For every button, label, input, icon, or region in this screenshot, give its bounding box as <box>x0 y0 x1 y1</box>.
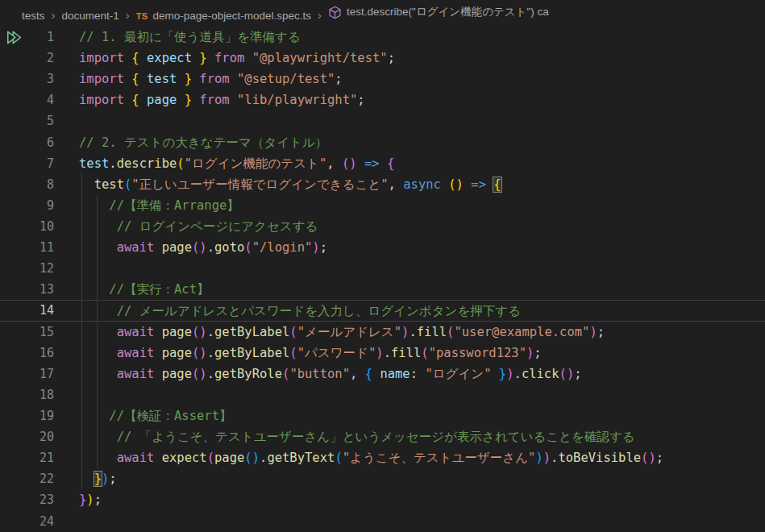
line-number[interactable]: 20 <box>32 426 79 447</box>
code-line-text[interactable]: // 「ようこそ、テストユーザーさん」というメッセージが表示されていることを確認… <box>79 426 765 447</box>
code-line-text[interactable]: // ログインページにアクセスする <box>79 216 765 237</box>
line-number[interactable]: 17 <box>32 364 79 384</box>
line-number[interactable]: 13 <box>32 279 79 300</box>
gutter[interactable]: 1 <box>0 27 79 48</box>
gutter[interactable]: 17 <box>0 364 79 384</box>
breadcrumb-item-document-1[interactable]: document-1 <box>62 10 119 22</box>
code-line-text[interactable] <box>79 258 765 279</box>
code-line-10[interactable]: 10 // ログインページにアクセスする <box>0 216 765 237</box>
code-line-text[interactable] <box>79 110 765 131</box>
code-line-text[interactable] <box>79 384 765 405</box>
code-line-text[interactable]: import { page } from "lib/playwright"; <box>79 89 765 110</box>
gutter[interactable]: 11 <box>0 237 79 258</box>
line-number[interactable]: 8 <box>32 174 79 195</box>
code-line-17[interactable]: 17 await page().getByRole("button", { na… <box>0 364 765 384</box>
line-number[interactable]: 19 <box>32 405 79 426</box>
breadcrumb-item-tests[interactable]: tests <box>22 10 45 22</box>
line-number[interactable]: 21 <box>32 447 79 468</box>
code-line-text[interactable]: await expect(page().getByText("ようこそ、テストユ… <box>79 447 765 468</box>
code-line-text[interactable]: }); <box>79 468 765 489</box>
code-line-5[interactable]: 5 <box>0 110 765 131</box>
gutter[interactable]: 18 <box>0 384 79 405</box>
line-number[interactable]: 9 <box>32 195 79 216</box>
code-line-14[interactable]: 14 // メールアドレスとパスワードを入力し、ログインボタンを押下する <box>0 300 765 321</box>
line-number[interactable]: 10 <box>32 216 79 237</box>
code-line-9[interactable]: 9 //【準備：Arrange】 <box>0 195 765 216</box>
code-line-13[interactable]: 13 //【実行：Act】 <box>0 279 765 300</box>
line-number[interactable]: 2 <box>32 48 79 69</box>
code-line-text[interactable]: test.describe("ログイン機能のテスト", () => { <box>79 153 765 174</box>
line-number[interactable]: 3 <box>32 69 79 89</box>
gutter[interactable]: 16 <box>0 343 79 364</box>
breadcrumb-item-file[interactable]: TSdemo-page-object-model.spec.ts <box>136 10 311 22</box>
gutter[interactable]: 14 <box>0 301 79 320</box>
gutter[interactable]: 8 <box>0 174 79 195</box>
gutter-glyph-margin[interactable] <box>0 28 32 47</box>
line-number[interactable]: 4 <box>32 89 79 110</box>
gutter[interactable]: 23 <box>0 489 79 510</box>
code-editor[interactable]: 1// 1. 最初に「使う道具」を準備する2import { expect } … <box>0 27 765 532</box>
gutter[interactable]: 21 <box>0 447 79 468</box>
code-line-6[interactable]: 6// 2. テストの大きなテーマ（タイトル） <box>0 132 765 153</box>
gutter[interactable]: 13 <box>0 279 79 300</box>
gutter[interactable]: 2 <box>0 48 79 69</box>
gutter[interactable]: 20 <box>0 426 79 447</box>
code-line-text[interactable]: //【準備：Arrange】 <box>79 195 765 216</box>
code-line-11[interactable]: 11 await page().goto("/login"); <box>0 237 765 258</box>
line-number[interactable]: 23 <box>32 489 79 510</box>
code-line-text[interactable]: import { test } from "@setup/test"; <box>79 69 765 89</box>
run-tests-icon[interactable] <box>5 28 23 47</box>
gutter[interactable]: 22 <box>0 468 79 489</box>
code-line-text[interactable]: await page().getByLabel("パスワード").fill("p… <box>79 343 765 364</box>
line-number[interactable]: 24 <box>32 511 79 532</box>
code-line-24[interactable]: 24 <box>0 511 765 532</box>
gutter[interactable]: 9 <box>0 195 79 216</box>
code-line-text[interactable]: await page().goto("/login"); <box>79 237 765 258</box>
code-line-1[interactable]: 1// 1. 最初に「使う道具」を準備する <box>0 27 765 48</box>
line-number[interactable]: 1 <box>32 27 79 48</box>
line-number[interactable]: 11 <box>32 237 79 258</box>
code-line-text[interactable]: //【実行：Act】 <box>79 279 765 300</box>
gutter[interactable]: 4 <box>0 89 79 110</box>
line-number[interactable]: 18 <box>32 384 79 405</box>
gutter[interactable]: 12 <box>0 258 79 279</box>
code-line-8[interactable]: 8 test("正しいユーザー情報でログインできること", async () =… <box>0 174 765 195</box>
gutter[interactable]: 19 <box>0 405 79 426</box>
code-line-21[interactable]: 21 await expect(page().getByText("ようこそ、テ… <box>0 447 765 468</box>
gutter[interactable]: 6 <box>0 132 79 153</box>
code-line-18[interactable]: 18 <box>0 384 765 405</box>
code-line-text[interactable]: await page().getByLabel("メールアドレス").fill(… <box>79 322 765 343</box>
code-line-text[interactable]: await page().getByRole("button", { name:… <box>79 364 765 384</box>
breadcrumb-item-symbol[interactable]: test.describe("ログイン機能のテスト") ca <box>328 5 549 19</box>
code-line-text[interactable]: // 1. 最初に「使う道具」を準備する <box>79 27 765 48</box>
gutter[interactable]: 15 <box>0 322 79 343</box>
code-line-text[interactable]: // 2. テストの大きなテーマ（タイトル） <box>79 132 765 153</box>
line-number[interactable]: 12 <box>32 258 79 279</box>
code-line-23[interactable]: 23}); <box>0 489 765 510</box>
gutter[interactable]: 5 <box>0 110 79 131</box>
gutter[interactable]: 10 <box>0 216 79 237</box>
code-line-text[interactable]: // メールアドレスとパスワードを入力し、ログインボタンを押下する <box>79 301 765 320</box>
code-line-16[interactable]: 16 await page().getByLabel("パスワード").fill… <box>0 343 765 364</box>
line-number[interactable]: 7 <box>32 153 79 174</box>
code-line-text[interactable] <box>79 511 765 532</box>
line-number[interactable]: 16 <box>32 343 79 364</box>
line-number[interactable]: 22 <box>32 468 79 489</box>
code-line-text[interactable]: test("正しいユーザー情報でログインできること", async () => … <box>79 174 765 195</box>
code-line-4[interactable]: 4import { page } from "lib/playwright"; <box>0 89 765 110</box>
code-line-text[interactable]: import { expect } from "@playwright/test… <box>79 48 765 69</box>
code-line-19[interactable]: 19 //【検証：Assert】 <box>0 405 765 426</box>
code-line-15[interactable]: 15 await page().getByLabel("メールアドレス").fi… <box>0 322 765 343</box>
code-line-text[interactable]: //【検証：Assert】 <box>79 405 765 426</box>
code-line-12[interactable]: 12 <box>0 258 765 279</box>
code-line-3[interactable]: 3import { test } from "@setup/test"; <box>0 69 765 89</box>
gutter[interactable]: 3 <box>0 69 79 89</box>
code-line-7[interactable]: 7test.describe("ログイン機能のテスト", () => { <box>0 153 765 174</box>
code-line-2[interactable]: 2import { expect } from "@playwright/tes… <box>0 48 765 69</box>
line-number[interactable]: 15 <box>32 322 79 343</box>
code-line-22[interactable]: 22 }); <box>0 468 765 489</box>
line-number[interactable]: 5 <box>32 110 79 131</box>
gutter[interactable]: 24 <box>0 511 79 532</box>
line-number[interactable]: 6 <box>32 132 79 153</box>
gutter[interactable]: 7 <box>0 153 79 174</box>
